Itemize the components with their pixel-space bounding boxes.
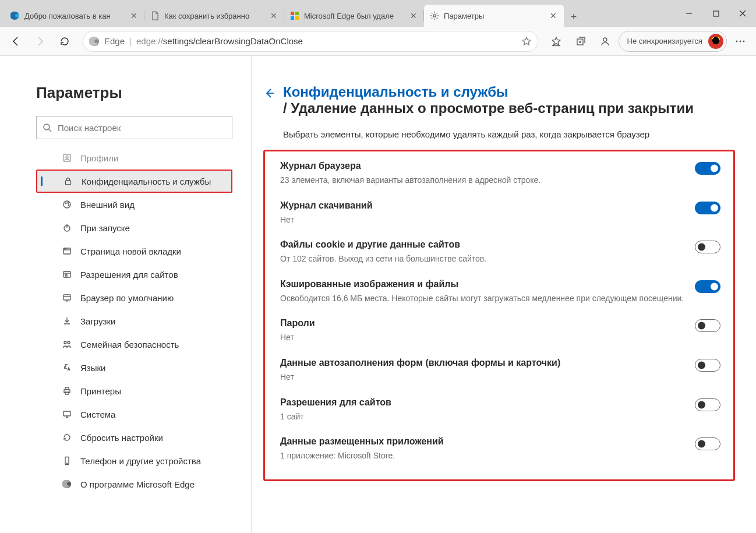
edge-icon: [89, 36, 100, 47]
setting-title: Данные размещенных приложений: [280, 436, 686, 447]
power-icon: [62, 223, 72, 233]
back-arrow-icon[interactable]: [263, 87, 275, 99]
sidebar-item-newtab[interactable]: Страница новой вкладки: [36, 239, 232, 263]
sidebar-item-about[interactable]: О программе Microsoft Edge: [36, 472, 232, 496]
setting-title: Пароли: [280, 318, 686, 329]
favorite-icon[interactable]: [521, 36, 532, 47]
toggle[interactable]: [695, 437, 720, 450]
tab-edge-deleted[interactable]: Microsoft Edge был удале ✕: [284, 5, 424, 27]
address-separator: |: [129, 36, 132, 46]
address-bar[interactable]: Edge | edge://settings/clearBrowsingData…: [83, 31, 538, 52]
sidebar-item-downloads[interactable]: Загрузки: [36, 309, 232, 333]
printer-icon: [62, 386, 72, 396]
system-icon: [62, 409, 72, 419]
svg-point-15: [740, 40, 741, 42]
tab-strip: Добро пожаловать в кан ✕ Как сохранить и…: [0, 0, 676, 27]
setting-subtitle: 23 элемента, включая варианты автозаполн…: [280, 175, 686, 186]
sidebar-item-profiles[interactable]: Профили: [36, 146, 232, 170]
page-favicon: [150, 11, 160, 20]
sidebar-item-family[interactable]: Семейная безопасность: [36, 333, 232, 356]
close-icon[interactable]: ✕: [269, 11, 278, 20]
sidebar-item-label: Конфиденциальность и службы: [82, 177, 211, 186]
setting-subtitle: Нет: [280, 372, 686, 383]
sidebar-item-languages[interactable]: Языки: [36, 356, 232, 379]
profile-icon: [62, 153, 72, 163]
sidebar-item-phone[interactable]: Телефон и другие устройства: [36, 449, 232, 472]
avatar: [708, 34, 723, 49]
svg-rect-41: [65, 392, 69, 394]
close-window-button[interactable]: [729, 0, 756, 27]
favorites-button[interactable]: [545, 30, 567, 52]
search-input[interactable]: Поиск настроек: [36, 116, 232, 139]
new-tab-button[interactable]: +: [564, 11, 584, 23]
forward-button[interactable]: [29, 30, 51, 52]
sidebar-item-appearance[interactable]: Внешний вид: [36, 193, 232, 216]
svg-rect-35: [63, 295, 70, 300]
sidebar-item-system[interactable]: Система: [36, 403, 232, 426]
sidebar-item-label: Браузер по умолчанию: [80, 293, 174, 303]
svg-point-30: [65, 249, 65, 249]
svg-point-23: [65, 203, 66, 204]
crumb-parent[interactable]: Конфиденциальность и службы: [283, 84, 508, 100]
setting-title: Файлы cookie и другие данные сайтов: [280, 239, 686, 250]
sidebar-item-label: Телефон и другие устройства: [80, 456, 201, 466]
tab-save-favorites[interactable]: Как сохранить избранно ✕: [144, 5, 284, 27]
setting-row: Файлы cookie и другие данные сайтовОт 10…: [280, 239, 720, 265]
sidebar-item-label: Языки: [80, 363, 105, 373]
sidebar-item-default-browser[interactable]: Браузер по умолчанию: [36, 286, 232, 309]
ms-favicon: [290, 11, 299, 20]
permissions-icon: [62, 269, 72, 280]
tab-label: Microsoft Edge был удале: [304, 12, 404, 20]
sidebar-item-startup[interactable]: При запуске: [36, 216, 232, 239]
newtab-icon: [62, 246, 72, 256]
maximize-button[interactable]: [702, 0, 729, 27]
setting-row: Кэшированные изображения и файлыОсвободи…: [280, 279, 720, 305]
menu-button[interactable]: [729, 30, 751, 52]
refresh-button[interactable]: [54, 30, 76, 52]
toggle[interactable]: [695, 398, 720, 411]
setting-subtitle: Нет: [280, 214, 686, 226]
titlebar: Добро пожаловать в кан ✕ Как сохранить и…: [0, 0, 756, 27]
sidebar-item-permissions[interactable]: Разрешения для сайтов: [36, 263, 232, 286]
close-icon[interactable]: ✕: [129, 11, 139, 20]
sidebar-item-label: Система: [80, 410, 115, 419]
sidebar-item-reset[interactable]: Сбросить настройки: [36, 426, 232, 449]
edge-favicon: [10, 11, 20, 20]
setting-row: Данные автозаполнения форм (включая форм…: [280, 358, 720, 383]
close-icon[interactable]: ✕: [549, 11, 558, 20]
sidebar-item-label: Страница новой вкладки: [80, 246, 181, 256]
svg-point-31: [66, 249, 66, 249]
page-description: Выбрать элементы, которые необходимо уда…: [283, 129, 735, 139]
setting-subtitle: Нет: [280, 332, 686, 344]
tab-settings[interactable]: Параметры ✕: [424, 5, 564, 27]
sidebar-item-label: Внешний вид: [80, 200, 135, 210]
setting-subtitle: От 102 сайтов. Выход из сети на большинс…: [280, 253, 686, 265]
sidebar-item-label: Сбросить настройки: [80, 433, 163, 443]
sidebar-item-privacy[interactable]: Конфиденциальность и службы: [36, 170, 232, 193]
sync-pill[interactable]: Не синхронизируется: [619, 31, 727, 52]
lock-icon: [63, 176, 73, 186]
back-button[interactable]: [5, 30, 27, 52]
address-url: edge://settings/clearBrowsingDataOnClose: [136, 36, 303, 46]
svg-point-20: [66, 156, 68, 158]
toggle[interactable]: [695, 319, 720, 332]
toggle[interactable]: [695, 359, 720, 372]
collections-button[interactable]: [570, 30, 592, 52]
tab-welcome[interactable]: Добро пожаловать в кан ✕: [5, 5, 144, 27]
settings-sidebar: Параметры Поиск настроек Профили Конфиде…: [0, 56, 252, 533]
toggle[interactable]: [695, 162, 720, 175]
toggle[interactable]: [695, 280, 720, 293]
toggle[interactable]: [695, 202, 720, 214]
close-icon[interactable]: ✕: [409, 11, 418, 20]
crumb-slash: /: [283, 100, 287, 116]
setting-row: Журнал скачиванийНет: [280, 200, 720, 226]
minimize-button[interactable]: [676, 0, 702, 27]
svg-point-16: [743, 40, 745, 42]
toggle[interactable]: [695, 241, 720, 253]
svg-point-37: [64, 341, 66, 344]
profile-button[interactable]: [594, 30, 616, 52]
download-icon: [62, 316, 72, 326]
sidebar-item-printers[interactable]: Принтеры: [36, 379, 232, 403]
sidebar-item-label: Профили: [80, 153, 118, 163]
toolbar: Edge | edge://settings/clearBrowsingData…: [0, 27, 756, 56]
